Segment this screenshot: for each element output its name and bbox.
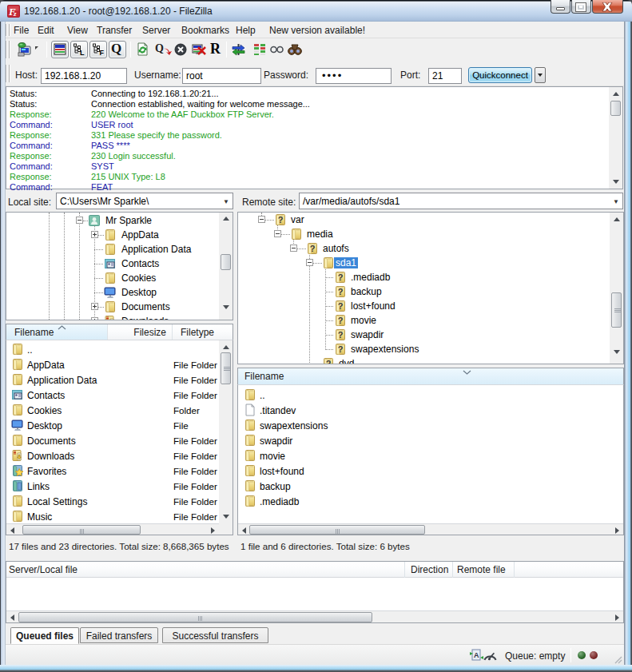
svg-text:F: F xyxy=(100,49,105,57)
svg-text:L: L xyxy=(80,49,85,57)
svg-text:z: z xyxy=(13,10,17,18)
svg-text:A: A xyxy=(474,651,479,659)
